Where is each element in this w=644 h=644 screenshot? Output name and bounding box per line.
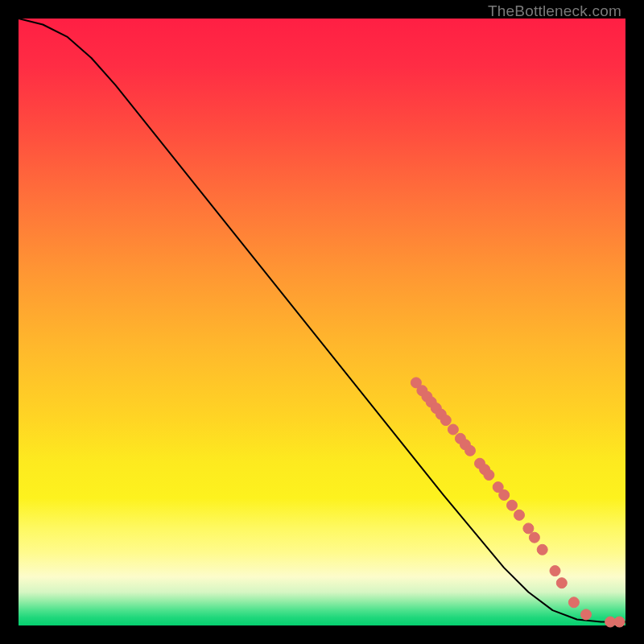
data-point <box>514 510 525 520</box>
chart-area <box>19 19 625 625</box>
data-point <box>529 532 539 543</box>
data-point <box>507 500 518 510</box>
data-point <box>448 424 458 435</box>
watermark-text: TheBottleneck.com <box>488 2 621 20</box>
data-point <box>499 489 510 500</box>
data-point <box>568 597 579 608</box>
data-point <box>556 578 567 588</box>
data-point <box>440 415 451 426</box>
data-point <box>537 544 547 555</box>
plot-svg <box>19 19 625 625</box>
data-point <box>484 470 494 481</box>
data-point <box>550 566 560 576</box>
highlight-dots <box>411 378 625 627</box>
data-point <box>523 523 534 534</box>
data-point <box>614 617 625 627</box>
data-point <box>465 445 476 456</box>
bottleneck-curve <box>19 19 625 622</box>
data-point <box>581 609 592 620</box>
